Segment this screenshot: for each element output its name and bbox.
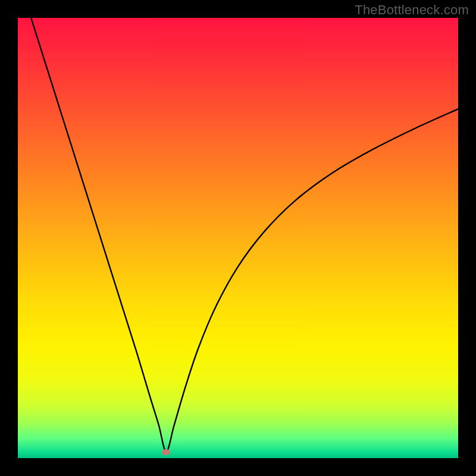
optimal-point-marker (162, 449, 170, 455)
chart-frame: TheBottleneck.com (0, 0, 476, 476)
watermark-text: TheBottleneck.com (355, 2, 469, 18)
curve-layer (18, 18, 458, 458)
bottleneck-curve (31, 18, 458, 452)
plot-area (18, 18, 458, 458)
